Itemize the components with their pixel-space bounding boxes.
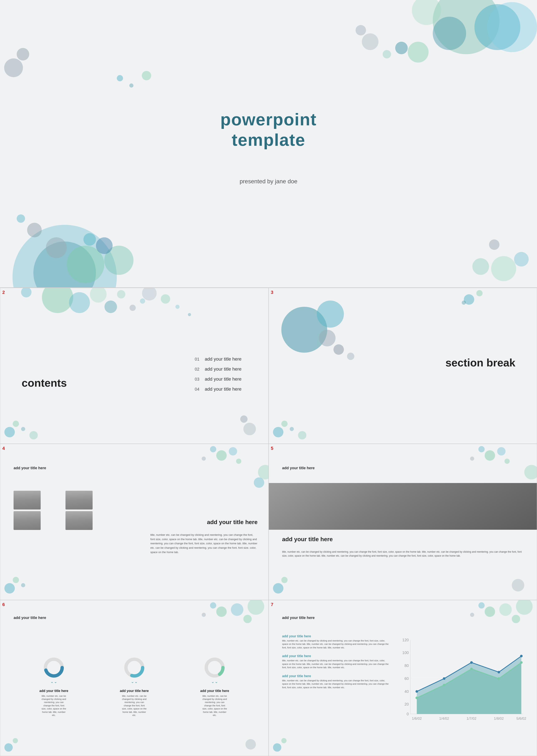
slide-7-entry-title-1: add your title here xyxy=(282,634,389,638)
s3-bubble-b3 xyxy=(290,427,294,431)
slides-row-23: 2 contents xyxy=(0,288,537,444)
s7-bubble-t1 xyxy=(485,607,495,617)
donut-label-1: add your title here xyxy=(39,689,68,693)
slide-5-banner-img xyxy=(269,483,537,530)
bubble-rb-1 xyxy=(491,256,516,281)
slide-7: 7 add your title here add your title her… xyxy=(268,600,537,756)
bubble-l-1 xyxy=(4,59,23,77)
s5-bubble-t5 xyxy=(505,459,510,464)
s3-bubble-3 xyxy=(462,301,466,305)
s2-bubble-b3 xyxy=(21,427,25,431)
s7-bubble-t4 xyxy=(499,603,512,616)
s5-bubble-t1 xyxy=(485,450,495,461)
s2-bubble-b4 xyxy=(29,431,38,440)
svg-text:1/4/02: 1/4/02 xyxy=(439,717,449,721)
s2-bubble-7 xyxy=(140,298,145,304)
s2-bubble-6 xyxy=(130,305,136,311)
svg-text:80: 80 xyxy=(404,663,409,668)
slide-7-entry-title-3: add your title here xyxy=(282,674,389,678)
bubble-sc-3 xyxy=(142,71,151,80)
svg-point-28 xyxy=(415,696,418,699)
slide-4-number: 4 xyxy=(2,446,5,451)
s4-bubble-b1 xyxy=(4,583,15,594)
bubble-tr-6 xyxy=(487,2,537,52)
slide-5-body: title, number etc. can be changed by cli… xyxy=(282,550,523,558)
donut-arrows-1: ⌄⌄ xyxy=(50,679,57,684)
bubble-rb-3 xyxy=(489,239,499,250)
s2-bubble-10 xyxy=(175,305,180,309)
svg-text:20: 20 xyxy=(404,702,409,706)
bubble-rb-4 xyxy=(472,258,489,275)
slide-6-number: 6 xyxy=(2,602,5,607)
s3-bubble-b1 xyxy=(273,427,283,437)
slide-7-number: 7 xyxy=(271,602,273,607)
slide-5-main-title: add your title here xyxy=(282,536,333,543)
s7-bubble-t2 xyxy=(478,602,485,609)
s7-bubble-t5 xyxy=(512,615,520,623)
donut-desc-1: title, number etc. can be changed by cli… xyxy=(41,694,66,717)
s6-bubble-t6 xyxy=(248,600,264,615)
s7-bubble-t3 xyxy=(470,613,474,617)
slide-3-number: 3 xyxy=(271,290,273,295)
s2-bubble-b2 xyxy=(13,421,19,427)
bubble-rb-2 xyxy=(514,252,529,267)
slide-4-subtitle: add your title here xyxy=(14,466,46,470)
s2-bubble-2 xyxy=(69,292,90,313)
slide-7-entry-body-1: title, number etc. can be changed by cli… xyxy=(282,639,389,650)
svg-point-34 xyxy=(443,677,445,680)
s7-bubble-t6 xyxy=(516,600,533,615)
slide-6: 6 add your title here ⌄ xyxy=(0,600,268,756)
slide-4-images xyxy=(14,491,115,530)
s6-bubble-b1 xyxy=(4,743,13,752)
slide-5-banner xyxy=(269,483,537,530)
s3-bubble-xs xyxy=(333,344,344,355)
svg-text:1/7/02: 1/7/02 xyxy=(467,717,476,721)
slide-1-subtitle: presented by jane doe xyxy=(240,178,297,185)
slide-6-subtitle: add your title here xyxy=(14,616,46,620)
bubble-bl-9 xyxy=(17,214,25,223)
slide-2: 2 contents xyxy=(0,288,268,444)
s2-bubble-4 xyxy=(104,301,117,313)
slide-5-subtitle: add your title here xyxy=(282,466,315,470)
svg-point-36 xyxy=(497,671,500,673)
image-3 xyxy=(14,511,41,530)
svg-text:120: 120 xyxy=(402,638,409,642)
s4-bubble-b2 xyxy=(13,577,19,583)
donut-label-2: add your title here xyxy=(120,689,149,693)
donut-chart-1: ⌄⌄ add your title here title, number etc… xyxy=(39,656,68,717)
svg-point-31 xyxy=(497,677,500,680)
s5-bubble-t4 xyxy=(497,447,506,455)
s2-bubble-3 xyxy=(90,288,106,303)
bubble-l-2 xyxy=(17,48,29,61)
slide-1: powerpoint template presented by jane do… xyxy=(0,0,537,288)
bubble-tr-8 xyxy=(383,50,391,59)
donut-svg-1 xyxy=(42,656,65,679)
slide-7-left: add your title here title, number etc. c… xyxy=(282,634,389,694)
bubble-tr-3 xyxy=(433,17,466,50)
bubble-tr-10 xyxy=(355,25,366,35)
image-1 xyxy=(14,491,41,510)
donut-arrows-2: ⌄⌄ xyxy=(131,679,138,684)
s2-bubble-b5 xyxy=(243,423,256,435)
slide-4-body: title, number etc. can be changed by cli… xyxy=(150,533,258,555)
s2-bubble-b1 xyxy=(4,427,15,437)
s2-bubble-5 xyxy=(117,290,125,298)
donut-svg-2 xyxy=(123,656,146,679)
donut-chart-3: ⌄⌄ add your title here title, number etc… xyxy=(200,656,229,717)
s5-bubble-t3 xyxy=(470,456,474,461)
line-chart-svg: 120 100 80 60 40 20 0 1/6/02 1/4/02 1/7/… xyxy=(397,634,526,735)
slide-7-entry-body-2: title, number etc. can be changed by cli… xyxy=(282,659,389,669)
slide-7-subtitle: add your title here xyxy=(282,616,315,620)
s5-bubble-t2 xyxy=(478,446,485,452)
bubble-bl-8 xyxy=(27,223,42,237)
s2-bubble-12 xyxy=(21,288,31,297)
bubble-bl-5 xyxy=(96,237,113,254)
svg-point-30 xyxy=(470,668,473,670)
s6-bubble-t1 xyxy=(216,607,227,617)
s2-bubble-b6 xyxy=(240,415,248,423)
slide-7-entry-body-3: title, number etc. can be changed by cli… xyxy=(282,679,389,689)
s2-bubble-1 xyxy=(42,288,73,313)
s3-bubble-sm xyxy=(319,330,336,346)
s3-bubble-b4 xyxy=(298,431,306,440)
slide-5: 5 add your title here add your title her… xyxy=(268,444,537,600)
